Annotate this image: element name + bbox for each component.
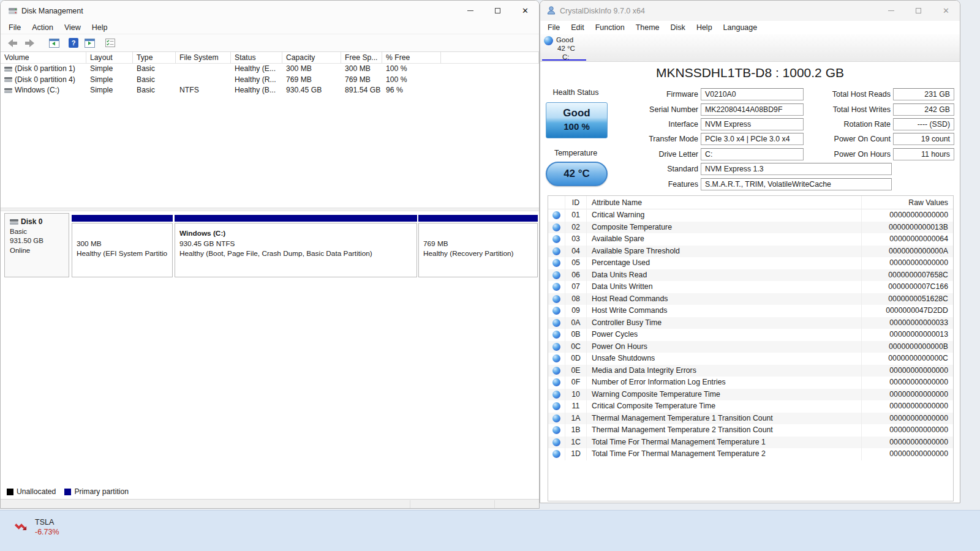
smart-attributes-table: ID Attribute Name Raw Values 01 Critical… [548, 195, 954, 501]
smart-attribute-row[interactable]: 07 Data Units Written 0000000007C166 [548, 281, 953, 293]
forward-icon[interactable] [24, 37, 35, 48]
drive-status-dot-icon [544, 36, 553, 45]
smart-status-dot-icon [552, 402, 560, 410]
disk0-info-block[interactable]: Disk 0 Basic 931.50 GB Online [4, 213, 69, 277]
smart-attribute-row[interactable]: 03 Available Spare 00000000000064 [548, 233, 953, 246]
cdi-menubar: FileEditFunctionThemeDiskHelpLanguage [540, 21, 960, 34]
cdi-menu-item[interactable]: Help [691, 21, 718, 34]
info-field-value: NVM Express [701, 118, 804, 130]
smart-status-dot-icon [552, 259, 560, 267]
smart-attribute-row[interactable]: 1B Thermal Management Temperature 2 Tran… [548, 424, 953, 437]
partition2-block[interactable]: Windows (C:) 930.45 GB NTFS Healthy (Boo… [175, 223, 417, 277]
smart-attribute-row[interactable]: 1A Thermal Management Temperature 1 Tran… [548, 413, 953, 425]
drive-tab-c[interactable]: Good 42 °C C: [540, 34, 595, 62]
info-field: Rotation Rate ---- (SSD) [804, 117, 954, 132]
cdi-maximize-button[interactable] [905, 1, 932, 21]
smart-status-dot-icon [552, 354, 560, 362]
dm-volume-list: VolumeLayoutTypeFile SystemStatusCapacit… [1, 52, 539, 208]
smart-attribute-row[interactable]: 1D Total Time For Thermal Management Tem… [548, 448, 953, 460]
info-field: Standard NVM Express 1.3 [540, 162, 892, 176]
cdi-titlebar[interactable]: CrystalDiskInfo 9.7.0 x64 ✕ [540, 1, 960, 21]
smart-attribute-row[interactable]: 09 Host Write Commands 0000000047D2DD [548, 305, 953, 317]
dm-toolbar: ? [1, 34, 539, 52]
stock-change: -6.73% [35, 527, 59, 537]
info-field-value: PCIe 3.0 x4 | PCIe 3.0 x4 [701, 133, 804, 145]
info-field: Drive Letter C: [540, 147, 804, 162]
smart-attribute-row[interactable]: 04 Available Spare Threshold 00000000000… [548, 246, 953, 258]
show-action-pane-icon[interactable] [84, 37, 95, 48]
volume-row[interactable]: (Disk 0 partition 4) Simple Basic Health… [1, 75, 539, 86]
smart-attribute-row[interactable]: 0F Number of Error Information Log Entri… [548, 377, 953, 389]
smart-attribute-row[interactable]: 06 Data Units Read 0000000007658C [548, 269, 953, 282]
smart-attribute-row[interactable]: 1C Total Time For Thermal Management Tem… [548, 437, 953, 449]
smart-attribute-row[interactable]: 10 Warning Composite Temperature Time 00… [548, 389, 953, 401]
dm-menubar: FileActionViewHelp [1, 21, 539, 34]
info-field-value: 231 GB [893, 88, 954, 100]
smart-attribute-row[interactable]: 08 Host Read Commands 0000000051628C [548, 293, 953, 305]
dm-close-button[interactable]: ✕ [511, 1, 539, 21]
taskbar: TSLA -6.73% [0, 510, 980, 551]
cdi-close-button[interactable]: ✕ [932, 1, 960, 21]
cdi-drive-strip: Good 42 °C C: [540, 34, 960, 62]
widgets-button[interactable]: TSLA -6.73% [13, 517, 59, 537]
partition3-block[interactable]: 769 MB Healthy (Recovery Partition) [418, 223, 538, 277]
cdi-menu-item[interactable]: Theme [630, 21, 665, 34]
volume-icon [4, 77, 12, 83]
partition1-block[interactable]: 300 MB Healthy (EFI System Partitio [72, 223, 173, 277]
show-console-tree-icon[interactable] [48, 37, 59, 48]
partition2-color-bar [175, 215, 417, 222]
smart-attribute-row[interactable]: 05 Percentage Used 00000000000000 [548, 257, 953, 269]
smart-status-dot-icon [552, 414, 560, 422]
smart-status-dot-icon [552, 247, 560, 255]
dm-volume-header[interactable]: VolumeLayoutTypeFile SystemStatusCapacit… [1, 52, 539, 64]
info-field: Transfer Mode PCIe 3.0 x4 | PCIe 3.0 x4 [540, 132, 804, 146]
dm-menu-item[interactable]: Help [86, 21, 113, 34]
cdi-window-title: CrystalDiskInfo 9.7.0 x64 [560, 7, 645, 15]
smart-attribute-row[interactable]: 11 Critical Composite Temperature Time 0… [548, 400, 953, 413]
cdi-menu-item[interactable]: Edit [565, 21, 590, 34]
disk-management-app-icon [8, 6, 18, 18]
dm-menu-item[interactable]: File [3, 21, 26, 34]
cdi-menu-item[interactable]: Disk [665, 21, 691, 34]
crystaldiskinfo-window: CrystalDiskInfo 9.7.0 x64 ✕ FileEditFunc… [540, 0, 960, 503]
stock-trend-down-icon [13, 519, 29, 535]
smart-attribute-row[interactable]: 02 Composite Temperature 0000000000013B [548, 222, 953, 234]
legend-swatch [64, 489, 71, 495]
info-field-value: V0210A0 [701, 88, 804, 100]
volume-icon [4, 88, 12, 94]
help-icon[interactable]: ? [68, 37, 79, 48]
cdi-minimize-button[interactable] [877, 1, 905, 21]
dm-menu-item[interactable]: Action [26, 21, 59, 34]
smart-attribute-row[interactable]: 0B Power Cycles 00000000000013 [548, 329, 953, 341]
cdi-menu-item[interactable]: Function [590, 21, 630, 34]
smart-status-dot-icon [552, 307, 560, 315]
dm-pane-splitter[interactable] [1, 208, 539, 211]
info-field: Power On Count 19 count [804, 132, 954, 146]
smart-attribute-row[interactable]: 0E Media and Data Integrity Errors 00000… [548, 365, 953, 377]
smart-table-header[interactable]: ID Attribute Name Raw Values [548, 196, 953, 209]
cdi-menu-item[interactable]: Language [718, 21, 763, 34]
smart-status-dot-icon [552, 211, 560, 219]
back-icon[interactable] [7, 37, 18, 48]
info-field-value: 19 count [893, 133, 954, 145]
dm-menu-item[interactable]: View [59, 21, 86, 34]
volume-row[interactable]: (Disk 0 partition 1) Simple Basic Health… [1, 64, 539, 75]
properties-icon[interactable] [105, 37, 116, 48]
smart-status-dot-icon [552, 450, 560, 458]
smart-status-dot-icon [552, 331, 560, 339]
volume-icon [4, 66, 12, 72]
info-field-value: 11 hours [893, 148, 954, 160]
volume-row[interactable]: Windows (C:) Simple Basic NTFS Healthy (… [1, 85, 539, 96]
info-field: Features S.M.A.R.T., TRIM, VolatileWrite… [540, 176, 892, 191]
dm-titlebar[interactable]: Disk Management ✕ [1, 1, 539, 21]
smart-attribute-row[interactable]: 0A Controller Busy Time 00000000000033 [548, 317, 953, 329]
disk-icon [10, 219, 18, 225]
smart-attribute-row[interactable]: 0C Power On Hours 0000000000000B [548, 341, 953, 353]
smart-attribute-row[interactable]: 01 Critical Warning 00000000000000 [548, 209, 953, 222]
info-field-value: 242 GB [893, 103, 954, 116]
dm-maximize-button[interactable] [484, 1, 511, 21]
cdi-menu-item[interactable]: File [542, 21, 565, 34]
dm-window-title: Disk Management [21, 7, 83, 15]
smart-attribute-row[interactable]: 0D Unsafe Shutdowns 0000000000000C [548, 353, 953, 365]
dm-minimize-button[interactable] [456, 1, 484, 21]
